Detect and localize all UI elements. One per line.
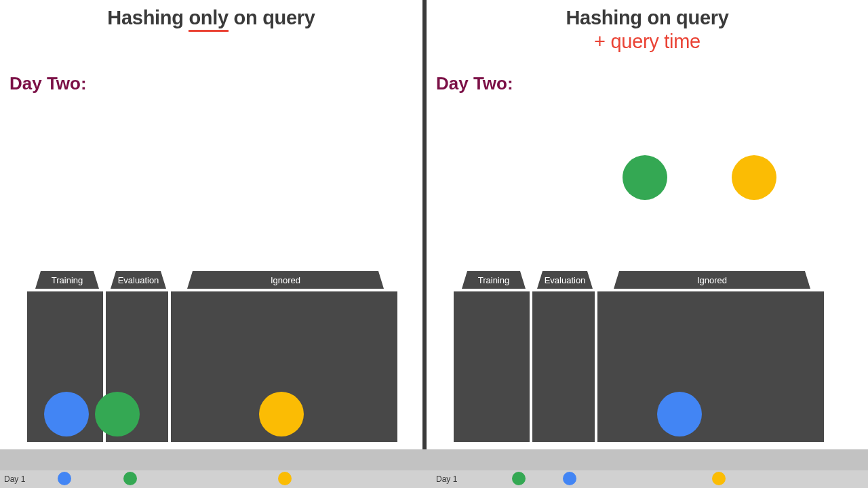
- yellow-circle-floating: [732, 155, 776, 200]
- left-panel: Hashing only on query Day Two: Training …: [0, 0, 422, 488]
- day1-green-left: [123, 472, 137, 485]
- left-title: Hashing only on query: [0, 0, 422, 29]
- ignored-tab-r: Ignored: [614, 271, 810, 289]
- training-box-r: [454, 291, 530, 442]
- right-panel: Hashing on query + query time Day Two: T…: [427, 0, 868, 488]
- title-line1: Hashing on query: [427, 7, 868, 29]
- training-tab: Training: [35, 271, 99, 289]
- evaluation-tab-r: Evaluation: [537, 271, 593, 289]
- ignored-tab: Ignored: [187, 271, 384, 289]
- yellow-circle-left: [259, 392, 304, 436]
- evaluation-box-r: [532, 291, 595, 442]
- day1-label-right: Day 1: [436, 474, 457, 484]
- day-label-left: Day Two:: [9, 73, 87, 94]
- green-circle-left: [95, 392, 140, 436]
- day-label-right: Day Two:: [436, 73, 513, 94]
- day1-yellow-right: [712, 472, 726, 485]
- training-tab-r: Training: [462, 271, 526, 289]
- evaluation-tab: Evaluation: [111, 271, 166, 289]
- day1-blue-left: [58, 472, 71, 485]
- right-title: Hashing on query + query time: [427, 0, 868, 53]
- title-post: on query: [229, 7, 315, 28]
- title-pre: Hashing: [107, 7, 189, 28]
- footer-strip: Day 1 Day 1: [0, 449, 868, 488]
- blue-circle-left: [44, 392, 89, 436]
- green-circle-floating: [623, 155, 667, 200]
- day1-yellow-left: [278, 472, 292, 485]
- title-line: Hashing only on query: [0, 7, 422, 29]
- blue-circle-right: [657, 392, 702, 436]
- title-line2: + query time: [427, 30, 868, 53]
- title-emphasis: only: [189, 7, 228, 29]
- day1-green-right: [512, 472, 526, 485]
- day1-blue-right: [563, 472, 576, 485]
- ignored-box-r: [597, 291, 824, 442]
- day1-label-left: Day 1: [4, 474, 25, 484]
